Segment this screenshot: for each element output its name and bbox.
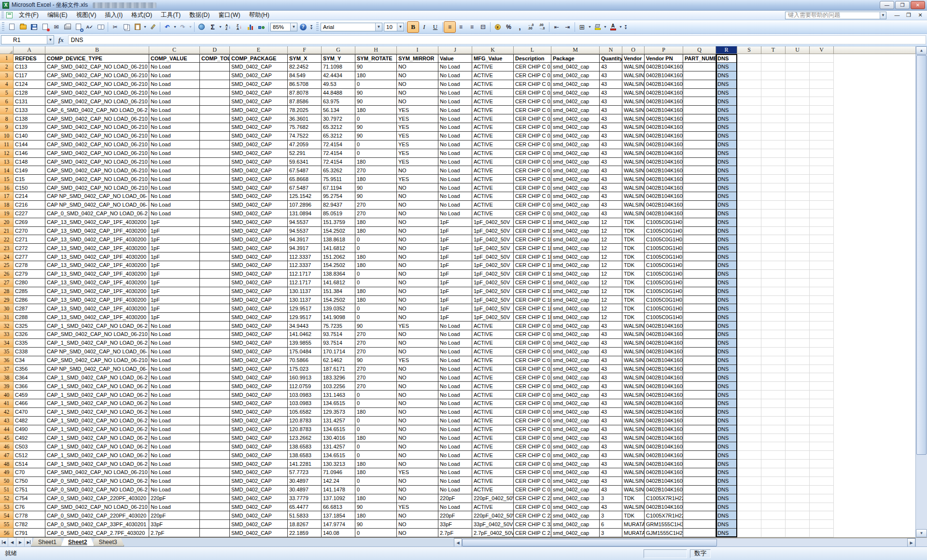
merge-center-button[interactable]: ⊟ [478, 22, 489, 32]
cell-K1[interactable]: MFG_Value [472, 54, 514, 63]
cell-D32[interactable] [200, 322, 230, 330]
cell-P5[interactable]: 0402B104K160CT [645, 89, 683, 98]
cell-F46[interactable]: 138.6583 [288, 442, 322, 451]
cell-Q52[interactable] [683, 494, 716, 503]
cell-C23[interactable]: 1pF [149, 244, 200, 252]
cell-V34[interactable] [810, 339, 834, 348]
cell-I44[interactable]: NO [397, 425, 438, 434]
column-header-C[interactable]: C [149, 46, 200, 54]
cell-I42[interactable]: NO [397, 408, 438, 417]
cell-G25[interactable]: 154.2502 [322, 261, 355, 270]
column-header-F[interactable]: F [288, 46, 322, 54]
cell-I15[interactable]: YES [397, 175, 438, 183]
window-minimize-button[interactable]: — [880, 1, 894, 9]
cell-K48[interactable]: ACTIVE [472, 460, 514, 468]
cell-K7[interactable]: ACTIVE [472, 106, 514, 114]
cell-G28[interactable]: 151.384 [322, 287, 355, 296]
cell-J6[interactable]: No Load [438, 97, 472, 106]
cell-K44[interactable]: ACTIVE [472, 425, 514, 434]
cell-N46[interactable]: 43 [600, 442, 622, 451]
column-header-I[interactable]: I [397, 46, 438, 54]
cell-G5[interactable]: 44.8488 [322, 89, 355, 98]
cell-N37[interactable]: 43 [600, 365, 622, 374]
menu-tools[interactable]: 工具(T) [156, 11, 185, 20]
cell-M40[interactable]: smd_0402_cap [551, 391, 600, 399]
cell-J21[interactable]: 1pF [438, 227, 472, 236]
cell-A30[interactable]: C287 [14, 304, 45, 313]
row-header-53[interactable]: 53 [0, 503, 14, 512]
cell-R8[interactable]: DNS [716, 114, 737, 123]
cell-C40[interactable]: No Load [149, 391, 200, 399]
cell-L11[interactable]: CER CHIP C 0.1U [514, 140, 551, 149]
cell-M43[interactable]: smd_0402_cap [551, 417, 600, 425]
cell-G34[interactable]: 93.7514 [322, 339, 355, 348]
cell-O36[interactable]: WALSIN [622, 356, 645, 365]
cell-L42[interactable]: CER CHIP C 0.1U [514, 408, 551, 417]
cell-P15[interactable]: 0402B104K160CT [645, 175, 683, 183]
cell-U25[interactable] [786, 261, 810, 270]
cell-Q39[interactable] [683, 382, 716, 391]
align-right-button[interactable]: ≡ [466, 22, 478, 32]
cell-I10[interactable]: YES [397, 132, 438, 140]
cell-P36[interactable]: 0402B104K160CT [645, 356, 683, 365]
cell-M46[interactable]: smd_0402_cap [551, 442, 600, 451]
cell-B52[interactable]: CAP_0_SMD_0402_CAP_220PF_403020 [45, 494, 149, 503]
cell-T39[interactable] [761, 382, 786, 391]
cell-J22[interactable]: 1pF [438, 235, 472, 244]
cell-N51[interactable]: 43 [600, 486, 622, 494]
cell-R17[interactable]: DNS [716, 192, 737, 201]
cell-T49[interactable] [761, 468, 786, 477]
cell-K41[interactable]: ACTIVE [472, 399, 514, 408]
cell-L35[interactable]: CER CHIP C 0.1U [514, 348, 551, 356]
cell-E6[interactable]: SMD_0402_CAP [230, 97, 288, 106]
cell-R32[interactable]: DNS [716, 322, 737, 330]
cell-D6[interactable] [200, 97, 230, 106]
cell-E10[interactable]: SMD_0402_CAP [230, 132, 288, 140]
cell-O48[interactable]: WALSIN [622, 460, 645, 468]
cell-B5[interactable]: CAP_SMD_0402_CAP_NO LOAD_06-210 [45, 89, 149, 98]
cell-S27[interactable] [737, 279, 761, 287]
cell-S29[interactable] [737, 296, 761, 305]
cell-V4[interactable] [810, 80, 834, 89]
cell-Q56[interactable] [683, 529, 716, 537]
cell-H34[interactable]: 270 [355, 339, 397, 348]
cell-L15[interactable]: CER CHIP C 0.1U [514, 175, 551, 183]
cell-T38[interactable] [761, 373, 786, 382]
cell-K15[interactable]: ACTIVE [472, 175, 514, 183]
cell-D46[interactable] [200, 442, 230, 451]
cell-C34[interactable]: No Load [149, 339, 200, 348]
cell-N16[interactable]: 43 [600, 183, 622, 192]
cell-Q28[interactable] [683, 287, 716, 296]
cell-B41[interactable]: CAP_1_SMD_0402_CAP_NO LOAD_06-2 [45, 399, 149, 408]
cell-V24[interactable] [810, 252, 834, 261]
cell-O7[interactable]: WALSIN [622, 106, 645, 114]
cell-G26[interactable]: 138.8364 [322, 270, 355, 279]
cell-N29[interactable]: 12 [600, 296, 622, 305]
cell-O12[interactable]: WALSIN [622, 149, 645, 158]
cell-E44[interactable]: SMD_0402_CAP [230, 425, 288, 434]
cell-P25[interactable]: C1005C0G1H010CT [645, 261, 683, 270]
cell-F17[interactable]: 125.1542 [288, 192, 322, 201]
cell-A6[interactable]: C131 [14, 97, 45, 106]
cell-N34[interactable]: 43 [600, 339, 622, 348]
cell-T10[interactable] [761, 132, 786, 140]
cell-B20[interactable]: CAP_13_SMD_0402_CAP_1PF_4030200 [45, 218, 149, 227]
cell-I13[interactable]: YES [397, 158, 438, 167]
cell-I24[interactable]: NO [397, 252, 438, 261]
cell-J3[interactable]: No Load [438, 71, 472, 80]
cell-D44[interactable] [200, 425, 230, 434]
cell-S47[interactable] [737, 451, 761, 460]
workbook-close-button[interactable]: ✕ [916, 12, 924, 18]
cell-I22[interactable]: NO [397, 235, 438, 244]
cell-F26[interactable]: 112.1717 [288, 270, 322, 279]
vertical-scrollbar-thumb[interactable] [916, 55, 927, 455]
cell-H3[interactable]: 180 [355, 71, 397, 80]
cell-T25[interactable] [761, 261, 786, 270]
cell-V30[interactable] [810, 304, 834, 313]
cell-O45[interactable]: WALSIN [622, 434, 645, 443]
cell-F27[interactable]: 112.1717 [288, 279, 322, 287]
cell-H41[interactable]: 0 [355, 399, 397, 408]
cell-M22[interactable]: smd_0402_cap [551, 235, 600, 244]
cell-A34[interactable]: C335 [14, 339, 45, 348]
cell-S10[interactable] [737, 132, 761, 140]
